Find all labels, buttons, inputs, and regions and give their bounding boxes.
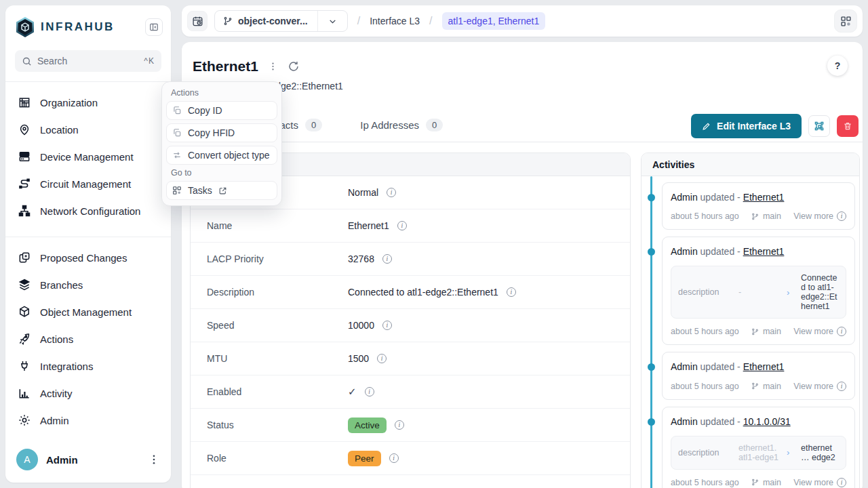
info-icon[interactable]: i	[387, 188, 396, 197]
search-icon	[22, 56, 32, 66]
user-menu-kebab-icon[interactable]	[148, 453, 160, 466]
menu-section-go-to: Go to	[171, 168, 277, 178]
activity-object-link[interactable]: Ethernet1	[743, 246, 785, 257]
help-button[interactable]: ?	[827, 56, 848, 76]
time-travel-button[interactable]	[187, 11, 208, 31]
brand-name: INFRAHUB	[41, 20, 145, 34]
activity-card: Admin updated - 10.1.0.0/31 description …	[662, 407, 855, 488]
info-icon[interactable]: i	[382, 254, 392, 264]
refresh-icon[interactable]	[288, 60, 300, 73]
breadcrumb-separator: /	[355, 15, 363, 27]
nav-label: Organization	[40, 97, 98, 108]
info-icon: i	[837, 478, 846, 487]
sidebar-item-network-configuration[interactable]: Network Configuration	[11, 197, 165, 224]
user-name: Admin	[46, 454, 140, 466]
object-actions-menu: Actions Copy ID Copy HFID Convert object…	[161, 81, 282, 206]
menu-item-copy-hfid[interactable]: Copy HFID	[166, 123, 277, 142]
view-more-link[interactable]: View morei	[793, 211, 846, 221]
diff-old-value: -	[738, 287, 781, 297]
copy-icon	[172, 128, 182, 138]
external-link-icon	[218, 186, 227, 195]
view-more-link[interactable]: View morei	[793, 478, 846, 487]
tab-ip-addresses[interactable]: Ip Addresses 0	[360, 119, 443, 131]
sidebar-item-actions[interactable]: Actions	[11, 325, 165, 352]
rocket-icon	[18, 332, 31, 346]
sidebar-item-integrations[interactable]: Integrations	[11, 352, 165, 380]
manage-groups-button[interactable]	[808, 115, 830, 137]
view-more-link[interactable]: View morei	[793, 382, 846, 391]
nav-label: Actions	[40, 333, 73, 345]
activity-object-link[interactable]: Ethernet1	[743, 361, 785, 372]
diff-arrow-icon: ›	[787, 287, 795, 298]
detail-row: LACP Priority 32768i	[191, 243, 630, 276]
info-icon[interactable]: i	[382, 321, 392, 330]
delete-object-button[interactable]	[837, 115, 859, 137]
activity-branch: main	[763, 327, 781, 336]
info-icon[interactable]: i	[389, 453, 399, 463]
branch-selector-value: object-conver...	[215, 16, 317, 26]
branch-dropdown-toggle[interactable]	[317, 11, 347, 31]
info-icon[interactable]: i	[397, 221, 407, 230]
view-more-label: View more	[793, 327, 833, 336]
info-icon[interactable]: i	[365, 387, 374, 396]
activity-object-link[interactable]: Ethernet1	[743, 192, 785, 203]
view-more-link[interactable]: View morei	[793, 327, 846, 336]
info-icon[interactable]: i	[507, 287, 516, 297]
sidebar-item-activity[interactable]: Activity	[11, 380, 165, 407]
branch-selector[interactable]: object-conver...	[214, 10, 348, 32]
edit-button-label: Edit Interface L3	[717, 121, 791, 131]
menu-item-convert-object-type[interactable]: Convert object type	[166, 146, 277, 165]
activities-title: Activities	[642, 153, 859, 176]
activity-actor: Admin	[671, 192, 698, 203]
activity-object-link[interactable]: 10.1.0.0/31	[743, 416, 791, 427]
sidebar-item-branches[interactable]: Branches	[11, 271, 165, 298]
object-actions-kebab-icon[interactable]	[268, 61, 278, 72]
activity-actor: Admin	[671, 361, 698, 372]
object-description: Connected to atl1-edge2::Ethernet1	[193, 81, 852, 92]
detail-row: Speed 10000i	[191, 309, 630, 342]
menu-item-copy-id[interactable]: Copy ID	[166, 101, 277, 120]
breadcrumb-current-object[interactable]: atl1-edge1, Ethernet1	[442, 12, 546, 30]
sidebar-item-circuit-management[interactable]: Circuit Management	[11, 170, 165, 197]
activity-branch: main	[763, 478, 781, 487]
nav-label: Device Management	[40, 151, 134, 163]
branch-name: object-conver...	[238, 16, 308, 26]
diff-field: description	[678, 448, 732, 458]
info-icon: i	[837, 211, 846, 221]
sidebar-item-proposed-changes[interactable]: Proposed Changes	[11, 244, 165, 271]
detail-row: Enabled ✓i	[191, 375, 630, 409]
detail-value: Ethernet1	[348, 220, 389, 231]
workflow-icon	[840, 16, 852, 27]
sidebar-item-object-management[interactable]: Object Management	[11, 298, 165, 325]
info-icon: i	[837, 327, 846, 336]
git-branch-icon	[223, 16, 233, 26]
view-more-label: View more	[793, 211, 833, 221]
sidebar-item-organization[interactable]: Organization	[11, 89, 165, 116]
edit-interface-button[interactable]: Edit Interface L3	[691, 114, 802, 138]
tasks-button[interactable]	[834, 9, 857, 33]
sidebar-collapse-button[interactable]	[145, 18, 163, 36]
info-icon[interactable]: i	[377, 354, 387, 363]
status-badge: Active	[348, 418, 387, 433]
activity-action: updated -	[701, 192, 741, 203]
calendar-clock-icon	[192, 16, 203, 27]
detail-value: 1500	[348, 353, 369, 364]
sidebar-item-location[interactable]: Location	[11, 116, 165, 143]
git-branch-icon	[751, 328, 759, 336]
cube-icon	[18, 305, 31, 319]
detail-row: Status Activei	[191, 409, 630, 442]
sidebar-item-device-management[interactable]: Device Management	[11, 143, 165, 170]
map-pin-icon	[18, 123, 31, 136]
search-box[interactable]: ^K	[15, 50, 161, 72]
topbar: object-conver... / Interface L3 / atl1-e…	[182, 5, 863, 37]
tab-count-badge: 0	[426, 119, 443, 131]
page-title: Ethernet1	[193, 58, 258, 75]
info-icon[interactable]: i	[395, 420, 404, 430]
page-head: Ethernet1 Connected to atl1-edge2::Ether…	[182, 42, 863, 92]
user-row[interactable]: A Admin	[5, 439, 171, 483]
breadcrumb-interface-l3[interactable]: Interface L3	[370, 16, 420, 26]
menu-item-tasks[interactable]: Tasks	[166, 181, 277, 200]
search-input[interactable]	[37, 56, 138, 66]
infrahub-logo-icon	[15, 16, 35, 38]
sidebar-item-admin[interactable]: Admin	[11, 407, 165, 434]
